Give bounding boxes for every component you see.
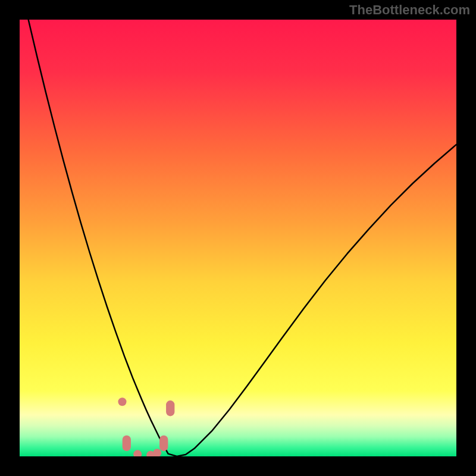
marker-dot bbox=[118, 397, 126, 406]
chart-canvas bbox=[20, 20, 456, 456]
bottleneck-plot bbox=[20, 20, 456, 456]
marker-capsule bbox=[159, 436, 168, 451]
watermark-text: TheBottleneck.com bbox=[349, 2, 470, 18]
marker-capsule bbox=[123, 436, 131, 451]
marker-capsule bbox=[166, 400, 174, 416]
